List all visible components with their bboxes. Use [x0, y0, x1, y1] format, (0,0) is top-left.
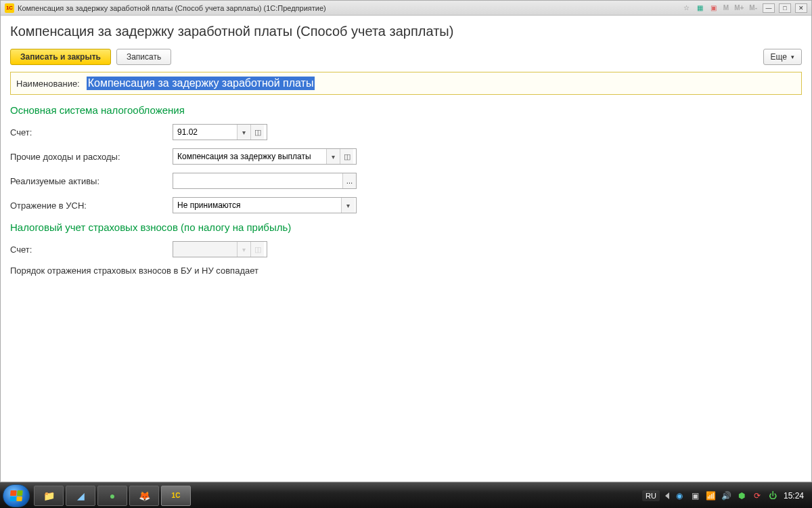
windows-logo-icon — [9, 490, 22, 501]
account2-input — [173, 242, 237, 257]
task-1c[interactable]: 1C — [161, 486, 191, 506]
memory-mminus-icon[interactable]: M- — [748, 4, 759, 12]
clock[interactable]: 15:24 — [784, 491, 804, 501]
tray-sync-icon[interactable]: ⟳ — [752, 490, 763, 501]
task-explorer[interactable]: 📁 — [34, 486, 64, 506]
tray-network-icon[interactable]: 📶 — [706, 490, 716, 501]
tray-volume-icon[interactable]: 🔊 — [721, 490, 731, 501]
close-button[interactable]: ✕ — [795, 3, 807, 13]
section1-title: Основная система налогообложения — [10, 104, 802, 116]
app-window: 1C Компенсация за задержку заработной пл… — [0, 0, 812, 482]
toolbar: Записать и закрыть Записать Еще — [10, 49, 802, 65]
minimize-button[interactable]: — — [763, 3, 775, 13]
other-income-input[interactable] — [173, 149, 326, 164]
account2-label: Счет: — [10, 245, 173, 255]
tray-app-icon[interactable]: ▣ — [690, 490, 700, 501]
section2-title: Налоговый учет страховых взносов (по нал… — [10, 221, 802, 233]
usn-dropdown-icon[interactable]: ▾ — [341, 198, 355, 213]
calendar-icon[interactable]: ▣ — [708, 3, 719, 14]
task-firefox[interactable]: 🦊 — [129, 486, 159, 506]
more-button-label: Еще — [771, 52, 787, 62]
language-indicator[interactable]: RU — [642, 490, 660, 501]
account-dropdown-icon[interactable]: ▾ — [237, 125, 250, 140]
page-title: Компенсация за задержку заработной платы… — [10, 24, 802, 39]
usn-label: Отражение в УСН: — [10, 200, 173, 211]
save-and-close-button[interactable]: Записать и закрыть — [10, 49, 111, 65]
other-income-open-icon[interactable]: ◫ — [340, 149, 353, 164]
tray-expand-icon[interactable] — [665, 492, 669, 499]
other-income-label: Прочие доходы и расходы: — [10, 152, 173, 162]
memory-mplus-icon[interactable]: M+ — [733, 4, 745, 12]
assets-input[interactable] — [173, 173, 342, 188]
account-open-icon[interactable]: ◫ — [250, 125, 264, 140]
name-row: Наименование: Компенсация за задержку за… — [10, 72, 802, 95]
task-app2[interactable]: ◢ — [66, 486, 95, 506]
account2-dropdown-icon: ▾ — [237, 242, 250, 257]
usn-input[interactable] — [173, 198, 341, 213]
insurance-note: Порядок отражения страховых взносов в БУ… — [10, 266, 802, 276]
maximize-button[interactable]: □ — [779, 3, 791, 13]
save-button[interactable]: Записать — [116, 49, 171, 65]
start-button[interactable] — [3, 484, 30, 507]
other-income-dropdown-icon[interactable]: ▾ — [326, 149, 340, 164]
account-label: Счет: — [10, 127, 173, 137]
window-title: Компенсация за задержку заработной платы… — [18, 4, 681, 12]
tray-teamviewer-icon[interactable]: ◉ — [675, 490, 685, 501]
titlebar: 1C Компенсация за задержку заработной пл… — [1, 1, 811, 16]
assets-label: Реализуемые активы: — [10, 176, 173, 186]
assets-select-icon[interactable]: … — [342, 173, 356, 188]
memory-m-icon[interactable]: M — [722, 4, 730, 12]
task-app3[interactable]: ● — [97, 486, 127, 506]
account-input[interactable] — [173, 125, 237, 140]
favorite-icon[interactable]: ☆ — [681, 3, 692, 14]
calculator-icon[interactable]: ▦ — [695, 3, 706, 14]
system-tray: RU ◉ ▣ 📶 🔊 ⬢ ⟳ ⏻ 15:24 — [642, 490, 809, 501]
taskbar: 📁 ◢ ● 🦊 1C RU ◉ ▣ 📶 🔊 ⬢ ⟳ ⏻ 15:24 — [0, 482, 812, 508]
content-area: Компенсация за задержку заработной платы… — [1, 16, 811, 482]
more-button[interactable]: Еще — [763, 49, 802, 65]
name-label: Наименование: — [16, 79, 80, 89]
tray-power-icon[interactable]: ⏻ — [768, 490, 778, 501]
app-logo-icon: 1C — [5, 3, 14, 13]
name-input[interactable]: Компенсация за задержку заработной платы — [87, 77, 315, 90]
tray-shield-icon[interactable]: ⬢ — [737, 490, 747, 501]
account2-open-icon: ◫ — [250, 242, 264, 257]
